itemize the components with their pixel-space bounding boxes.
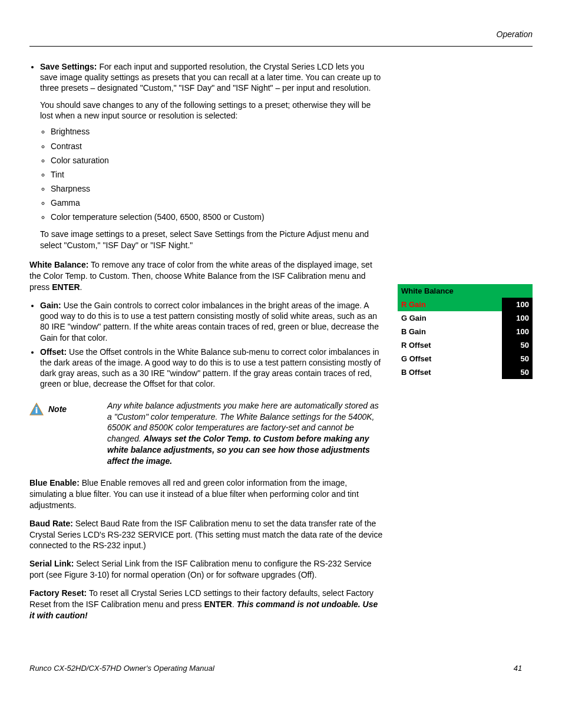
gain-text: Use the Gain controls to correct color i… bbox=[40, 301, 379, 342]
list-item: Sharpness bbox=[51, 183, 383, 194]
content-columns: Save Settings: For each input and suppor… bbox=[29, 61, 533, 628]
wb-value: 100 bbox=[502, 311, 533, 325]
list-item: Color saturation bbox=[51, 155, 383, 166]
baud-rate-heading: Baud Rate: bbox=[29, 519, 73, 528]
save-settings-heading: Save Settings: bbox=[40, 62, 97, 71]
serial-link-heading: Serial Link: bbox=[29, 559, 74, 568]
white-balance-list: Gain: Use the Gain controls to correct c… bbox=[29, 300, 383, 390]
svg-rect-2 bbox=[36, 409, 38, 413]
sidebar-column: White Balance R Gain100G Gain100B Gain10… bbox=[398, 61, 533, 379]
wb-value: 50 bbox=[502, 365, 533, 379]
wb-label: G Offset bbox=[398, 352, 502, 365]
list-item: Brightness bbox=[51, 126, 383, 137]
list-item: Color temperature selection (5400, 6500,… bbox=[51, 212, 383, 222]
wb-table-title: White Balance bbox=[398, 284, 533, 298]
note-icon-label: Note bbox=[29, 400, 100, 416]
note-bold: Always set the Color Temp. to Custom bef… bbox=[107, 434, 370, 466]
serial-link-text: Select Serial Link from the ISF Calibrat… bbox=[29, 559, 372, 579]
period-2: . bbox=[232, 599, 237, 609]
wb-value: 50 bbox=[502, 338, 533, 352]
serial-link-para: Serial Link: Select Serial Link from the… bbox=[29, 558, 383, 581]
note-label: Note bbox=[48, 404, 67, 414]
main-text-column: Save Settings: For each input and suppor… bbox=[29, 61, 383, 628]
factory-reset-heading: Factory Reset: bbox=[29, 588, 87, 598]
table-row: R Offset50 bbox=[398, 338, 533, 352]
table-row: G Gain100 bbox=[398, 311, 533, 325]
wb-label: B Offset bbox=[398, 365, 502, 379]
wb-label: B Gain bbox=[398, 325, 502, 338]
gain-heading: Gain: bbox=[40, 301, 61, 310]
save-settings-text3: To save image settings to a preset, sele… bbox=[40, 229, 383, 251]
table-row: B Gain100 bbox=[398, 325, 533, 338]
list-item: Tint bbox=[51, 169, 383, 180]
wb-label: R Gain bbox=[398, 298, 502, 311]
wb-value: 100 bbox=[502, 325, 533, 338]
warning-icon bbox=[29, 403, 44, 416]
save-settings-block: Save Settings: For each input and suppor… bbox=[29, 61, 383, 251]
table-row: B Offset50 bbox=[398, 365, 533, 379]
white-balance-para: White Balance: To remove any trace of co… bbox=[29, 259, 383, 293]
svg-point-1 bbox=[35, 407, 37, 409]
baud-rate-text: Select Baud Rate from the ISF Calibratio… bbox=[29, 519, 382, 551]
offset-heading: Offset: bbox=[40, 347, 67, 357]
blue-enable-para: Blue Enable: Blue Enable removes all red… bbox=[29, 477, 383, 511]
white-balance-table: White Balance R Gain100G Gain100B Gain10… bbox=[398, 284, 533, 379]
wb-value: 50 bbox=[502, 352, 533, 365]
footer-page: 41 bbox=[503, 664, 533, 673]
divider bbox=[29, 46, 533, 47]
page-footer: Runco CX-52HD/CX-57HD Owner's Operating … bbox=[29, 664, 533, 673]
list-item: Gamma bbox=[51, 197, 383, 208]
factory-reset-para: Factory Reset: To reset all Crystal Seri… bbox=[29, 588, 383, 621]
save-settings-text2: You should save changes to any of the fo… bbox=[40, 100, 383, 122]
period: . bbox=[80, 282, 82, 292]
offset-text: Use the Offset controls in the White Bal… bbox=[40, 347, 381, 389]
wb-table-header: White Balance bbox=[398, 284, 533, 298]
save-settings-items: BrightnessContrastColor saturationTintSh… bbox=[40, 126, 383, 222]
table-row: G Offset50 bbox=[398, 352, 533, 365]
enter-label-2: ENTER bbox=[204, 599, 232, 609]
note-text: Any white balance adjustments you make h… bbox=[107, 400, 383, 467]
blue-enable-heading: Blue Enable: bbox=[29, 478, 80, 487]
page-header-section: Operation bbox=[29, 29, 533, 39]
baud-rate-para: Baud Rate: Select Baud Rate from the ISF… bbox=[29, 518, 383, 552]
note-block: Note Any white balance adjustments you m… bbox=[29, 400, 383, 467]
wb-label: G Gain bbox=[398, 311, 502, 325]
white-balance-heading: White Balance: bbox=[29, 260, 88, 269]
wb-value: 100 bbox=[502, 298, 533, 311]
table-row: R Gain100 bbox=[398, 298, 533, 311]
enter-label: ENTER bbox=[52, 282, 80, 292]
list-item: Contrast bbox=[51, 141, 383, 151]
footer-title: Runco CX-52HD/CX-57HD Owner's Operating … bbox=[29, 664, 503, 673]
wb-label: R Offset bbox=[398, 338, 502, 352]
